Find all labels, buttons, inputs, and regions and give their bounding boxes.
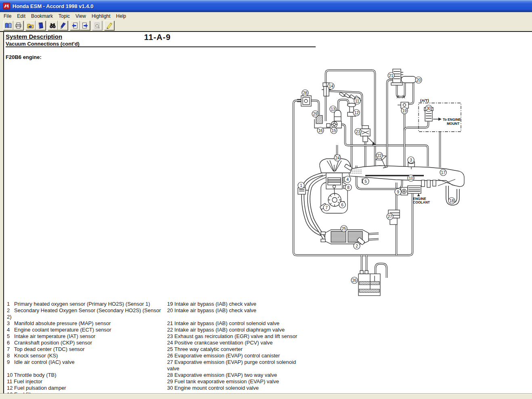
printer-icon (15, 22, 22, 29)
legend-line: 29 Fuel tank evaporative emission (EVAP)… (167, 378, 297, 385)
honda-esm-window: Honda ESM - Accord 1998 v1.4.0 FileEditB… (0, 0, 532, 399)
legend-line (167, 314, 297, 320)
highlighter-icon (106, 22, 113, 29)
menu-file[interactable]: File (1, 13, 14, 19)
page-subtitle: Vacuum Connections (cont'd) (6, 41, 80, 47)
legend-line: 9 Idle air control (IAC) valve (7, 359, 161, 365)
menu-bookmark[interactable]: Bookmark (28, 13, 56, 19)
bookmarks-button[interactable] (36, 21, 46, 30)
legend-line: 22 Intake air bypass (IAB) control diaph… (167, 327, 297, 333)
page-right-icon (82, 22, 88, 29)
legend-line: 2 Secondary Heated Oxygen Sensor (Second… (7, 307, 161, 314)
highlight-button[interactable] (104, 21, 114, 30)
contents-button[interactable] (3, 21, 13, 30)
preview-button[interactable] (92, 21, 102, 30)
menu-bar: FileEditBookmarkTopicViewHighlightHelp (0, 12, 532, 20)
legend-line: 12 Fuel pulsation damper (7, 385, 161, 391)
open-book-icon (5, 22, 12, 29)
legend-line: 5 Intake air temperature (IAT) sensor (7, 333, 161, 340)
legend-line: 8 Knock sensor (KS) (7, 353, 161, 359)
menu-edit[interactable]: Edit (14, 13, 28, 19)
legend-line: 4 Engine coolant temperature (ECT) senso… (7, 327, 161, 333)
engine-label: F20B6 engine: (6, 54, 42, 60)
menu-highlight[interactable]: Highlight (89, 13, 113, 19)
back-button[interactable] (25, 21, 36, 30)
mark-button[interactable] (58, 21, 68, 30)
title-bar: Honda ESM - Accord 1998 v1.4.0 (0, 0, 532, 12)
menu-view[interactable]: View (73, 13, 89, 19)
legend-line: 23 Exhaust gas recirculation (EGR) valve… (167, 333, 297, 340)
legend-line (7, 365, 161, 372)
prev-page-button[interactable] (70, 21, 80, 30)
menu-topic[interactable]: Topic (56, 13, 73, 19)
legend-line: 25 Three way catalytic converter (167, 346, 297, 353)
folder-arrow-icon (27, 22, 34, 29)
legend-line: 11 Fuel injector (7, 378, 161, 385)
legend-line: 1 Primary heated oxygen sensor (Primary … (7, 301, 161, 307)
legend-line: 30 Engine mount control solenoid valve (167, 385, 297, 391)
print-button[interactable] (13, 21, 23, 30)
header-rule (6, 46, 316, 47)
legend-line: 3 Manifold absolute pressure (MAP) senso… (7, 320, 161, 327)
search-button[interactable] (48, 21, 58, 30)
toolbar (0, 20, 532, 31)
book-icon (37, 22, 44, 29)
window-bottom-edge (0, 394, 532, 399)
binoculars-icon (49, 22, 56, 29)
legend-line: 2) (7, 314, 161, 320)
legend-line: 10 Throttle body (TB) (7, 372, 161, 378)
legend-line: 20 Intake air bypass (IAB) check valve (167, 307, 297, 314)
pen-down-icon (59, 22, 66, 29)
honda-logo-icon (3, 2, 10, 10)
legend-line: 26 Evaporative emission (EVAP) control c… (167, 353, 297, 359)
page-left-icon (71, 22, 78, 29)
legend-line: 28 Evaporative emission (EVAP) two way v… (167, 372, 297, 378)
legend-line: 24 Positive crankcase ventilation (PCV) … (167, 340, 297, 346)
legend-line: 27 Evaporative emission (EVAP) purge con… (167, 359, 297, 365)
window-title: Honda ESM - Accord 1998 v1.4.0 (13, 3, 93, 9)
page-title: System Description (6, 33, 62, 40)
page-code: 11-A-9 (144, 33, 171, 42)
legend-line: 21 Intake air bypass (IAB) control solen… (167, 320, 297, 327)
legend-left-column: 1 Primary heated oxygen sensor (Primary … (7, 301, 161, 398)
page-magnifier-icon (94, 22, 101, 29)
legend-line: 7 Top dead center (TDC) sensor (7, 346, 161, 353)
next-page-button[interactable] (80, 21, 90, 30)
menu-help[interactable]: Help (113, 13, 129, 19)
legend-line: 6 Crankshaft position (CKP) sensor (7, 340, 161, 346)
legend-line: valve (167, 365, 297, 372)
legend-right-column: 19 Intake air bypass (IAB) check valve20… (167, 301, 297, 391)
legend-line: 19 Intake air bypass (IAB) check valve (167, 301, 297, 307)
